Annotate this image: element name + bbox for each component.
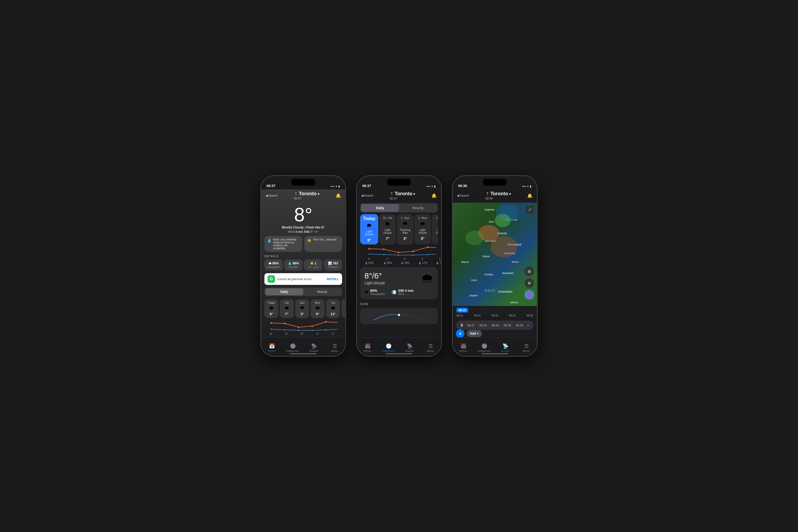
nav-radar-icon-2: 📡: [407, 343, 413, 349]
location-row-3[interactable]: 📍 Toronto ▾: [486, 191, 511, 196]
phone-1: 08:37 ▪▪▪▪ ▾ ▮ ◀ Search 📍 Toron: [261, 175, 346, 357]
map-area[interactable]: Saginaw Flint Port Huron Detroit Ann Arb…: [453, 203, 537, 315]
svg-point-19: [428, 254, 429, 255]
phones-container: 08:37 ▪▪▪▪ ▾ ▮ ◀ Search 📍 Toron: [261, 175, 537, 357]
ft-col-sun[interactable]: 1, Sun 🌨 FreezingRain 3°: [397, 214, 413, 244]
nav-radar-3[interactable]: 📡 RADAR: [495, 341, 516, 353]
wind-info-2: SW 4 m/s Wind: [398, 289, 414, 296]
detail-pres-label: Pressure: [326, 266, 341, 268]
chevron-icon-1: ▾: [318, 192, 320, 196]
ft-low-mon: 1°: [414, 257, 431, 261]
playback-times: 08:22 08:24 08:26 08:28 08:30: [467, 324, 524, 327]
svg-point-15: [369, 253, 370, 254]
ft-col-tue[interactable]: 3, Tue 🌧 LightDrizzle 11°: [432, 214, 438, 244]
fday-icon-4: 🌧: [328, 305, 338, 311]
dh-hourly-2[interactable]: Hourly: [399, 204, 437, 212]
ft-icon-sun: 🌨: [398, 221, 412, 227]
map-label-toledo: Toledo: [482, 255, 490, 258]
ft-desc-mon: LightDrizzle: [416, 228, 429, 236]
notice-card-rain: 💧 Keep your umbrella today as there's a …: [264, 236, 302, 252]
ft-low-today: 6°: [360, 257, 378, 261]
radar-settings-btn[interactable]: ⊕: [525, 278, 534, 288]
svg-point-18: [413, 254, 414, 255]
svg-point-16: [383, 254, 384, 255]
search-link-1[interactable]: ◀ Search: [265, 194, 278, 197]
dh-daily-2[interactable]: Daily: [361, 204, 399, 212]
bell-icon-3[interactable]: 🔔: [527, 193, 533, 198]
nav-today-1[interactable]: 📅 TODAY: [261, 341, 282, 353]
bell-icon-1[interactable]: 🔔: [336, 193, 341, 198]
wind-icon: 💨: [391, 290, 397, 295]
map-expand-btn[interactable]: ⤢: [526, 205, 534, 214]
ft-col-sat[interactable]: 31, Sat 🌧 LightDrizzle 7°: [379, 214, 396, 244]
pb-t4: 08:28: [504, 324, 511, 327]
nav-menu-2[interactable]: ☰ MENU: [420, 341, 441, 353]
phone3-header: ◀ Search 📍 Toronto ▾ 08:38 🔔: [453, 189, 537, 201]
toggle-daily-1[interactable]: Daily: [265, 288, 303, 295]
timeline-badge: 08:22: [456, 308, 468, 312]
flow-1: 2°: [280, 332, 294, 336]
sub-time-3: 08:38: [486, 197, 511, 200]
nav-today-2[interactable]: 📅 TODAY: [357, 341, 378, 353]
radar-layers-btn[interactable]: ⊞: [525, 267, 534, 276]
location-row-1[interactable]: 📍 Toronto ▾: [294, 191, 320, 196]
bell-icon-2[interactable]: 🔔: [432, 193, 437, 198]
wind-val: SW 4 m/s: [398, 289, 414, 292]
search-link-3[interactable]: ◀ Search: [457, 194, 469, 197]
precip-val: 80%: [370, 289, 385, 292]
status-time-1: 08:37: [267, 184, 275, 188]
chevron-icon-2: ▾: [413, 192, 415, 196]
forecast-scroll-1: Today 🌧 8° Sat 🌧 7° Sun 🌨 3°: [261, 298, 345, 320]
ad-install-btn[interactable]: INSTALL: [327, 278, 339, 281]
tdc-cond: Light Drizzle: [364, 281, 385, 285]
pause-btn[interactable]: ⏸: [460, 323, 464, 328]
ft-col-today[interactable]: Today 🌧 LightDrizzle 8°: [360, 214, 378, 244]
toggle-hourly-1[interactable]: Hourly: [303, 288, 341, 295]
nav-radar-2[interactable]: 📡 RADAR: [399, 341, 420, 353]
location-row-2[interactable]: 📍 Toronto ▾: [390, 191, 416, 196]
nav-forecast-1[interactable]: 🕐 FORECAST: [282, 341, 303, 353]
status-time-3: 08:38: [458, 184, 467, 188]
ft-low-tue: 1°: [432, 257, 441, 261]
add-plus-btn[interactable]: Add +: [467, 330, 482, 337]
forecast-day-sat: Sat 🌧 7°: [280, 299, 294, 318]
ft-date-mon: 2, Mon: [416, 216, 429, 220]
timeline-t5: 08:30: [527, 314, 533, 317]
svg-point-0: [270, 322, 272, 324]
ft-col-mon[interactable]: 2, Mon 🌧 LightDrizzle 5°: [414, 214, 431, 244]
flow-0: 6°: [264, 332, 278, 336]
nav-radar-1[interactable]: 📡 RADAR: [303, 341, 324, 353]
ad-banner-1[interactable]: G Correct all grammar errors INSTALL: [264, 273, 342, 285]
add-star-btn[interactable]: ★: [456, 329, 464, 338]
svg-point-13: [412, 251, 414, 252]
radar-globe-btn[interactable]: [525, 290, 534, 300]
fday-high-3: 5°: [312, 312, 323, 316]
nav-forecast-2[interactable]: 🕐 FORECAST: [378, 341, 399, 353]
phone2-header: ◀ Search 📍 Toronto ▾ 08:37 🔔: [357, 189, 441, 201]
battery-icon-1: ▮: [338, 185, 340, 188]
ft-rain-mon: 💧 17%: [414, 262, 431, 264]
search-link-2[interactable]: ◀ Search: [361, 194, 374, 197]
locate-btn[interactable]: ➤: [527, 323, 530, 328]
nav-menu-1[interactable]: ☰ MENU: [324, 341, 345, 353]
ft-high-sun: 3°: [398, 236, 412, 241]
forecast-day-wed: Wed 🌧 1°: [342, 299, 345, 318]
sun-arc-svg: [363, 311, 435, 321]
dh-toggle-2: Daily Hourly: [360, 203, 438, 212]
svg-point-10: [368, 248, 370, 249]
sun-title: SUN: [360, 302, 438, 306]
details-title-1: DETAILS: [264, 254, 342, 258]
nav-forecast-3[interactable]: 🕐 FORECAST: [474, 341, 495, 353]
nav-today-3[interactable]: 📅 TODAY: [453, 341, 474, 353]
details-section-1: DETAILS 🌧 80% Precipitation 💧 86% Humidi…: [261, 254, 345, 270]
details-grid-1: 🌧 80% Precipitation 💧 86% Humidity ☀️ 1 …: [264, 259, 342, 270]
nav-menu-3[interactable]: ☰ MENU: [516, 341, 537, 353]
svg-point-12: [398, 252, 399, 253]
wifi-icon-2: ▾: [432, 185, 433, 188]
add-bar: ★ Add +: [456, 329, 482, 338]
signal-icon-2: ▪▪▪▪: [426, 185, 430, 188]
location-section-1: 📍 Toronto ▾ 08:37: [294, 191, 320, 200]
ft-lows-2: 6° 2° 0° 1° 1° 2: [357, 257, 441, 261]
chevron-icon-3: ▾: [509, 192, 511, 196]
fday-high-0: 8°: [266, 312, 277, 316]
